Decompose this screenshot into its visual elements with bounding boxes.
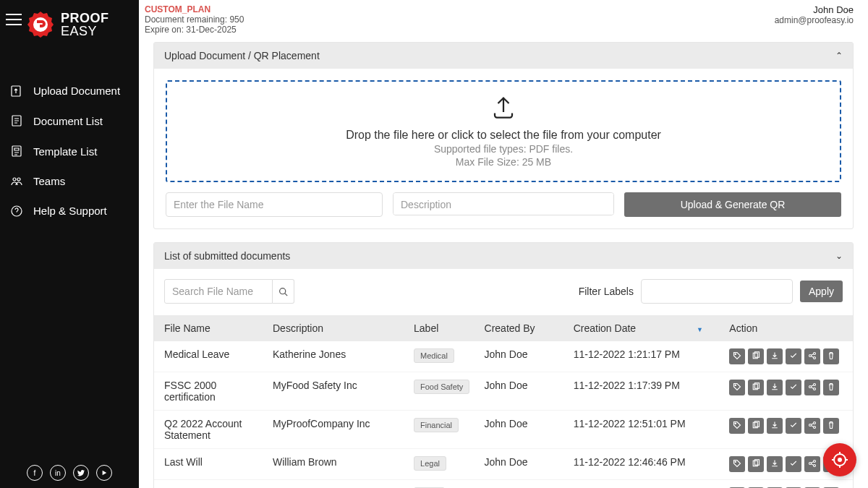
upload-generate-button[interactable]: Upload & Generate QR xyxy=(624,192,841,217)
download-button[interactable] xyxy=(767,418,783,434)
twitter-icon[interactable] xyxy=(73,465,89,481)
svg-point-31 xyxy=(814,465,816,467)
search-input[interactable] xyxy=(164,279,273,304)
cell-file-name: Audit Report 2021 xyxy=(154,480,265,489)
sidebar-item-help-support[interactable]: Help & Support xyxy=(0,196,139,226)
cell-creation-date: 11-12-2022 12:51:01 PM xyxy=(566,411,723,449)
svg-point-8 xyxy=(735,354,736,355)
download-button[interactable] xyxy=(767,348,783,364)
svg-point-7 xyxy=(280,288,286,294)
download-icon xyxy=(770,351,779,362)
documents-table: File Name Description Label Created By C… xyxy=(154,315,853,488)
upload-icon xyxy=(174,95,833,123)
sidebar-item-template-list[interactable]: Template List xyxy=(0,136,139,166)
cell-creation-date: 11-12-2022 1:17:39 PM xyxy=(566,372,723,411)
check-button[interactable] xyxy=(786,380,801,395)
cell-label: Audit xyxy=(407,480,477,489)
sidebar-item-document-list[interactable]: Document List xyxy=(0,106,139,136)
top-bar: CUSTOM_PLAN Document remaining: 950 Expi… xyxy=(139,0,868,39)
linkedin-icon[interactable]: in xyxy=(50,465,66,481)
share-icon xyxy=(808,420,817,432)
apply-button[interactable]: Apply xyxy=(800,281,843,302)
col-created-by[interactable]: Created By xyxy=(477,315,566,341)
copy-button[interactable] xyxy=(748,418,764,434)
social-links: f in xyxy=(0,465,139,481)
svg-point-12 xyxy=(814,353,816,355)
tag-button[interactable] xyxy=(729,380,745,395)
hamburger-menu-icon[interactable] xyxy=(6,10,22,29)
share-icon xyxy=(808,382,817,393)
chevron-down-icon[interactable]: ⌄ xyxy=(835,251,843,261)
cell-created-by: John Doe xyxy=(477,480,566,489)
logo-icon xyxy=(26,10,55,39)
file-dropzone[interactable]: Drop the file here or click to select th… xyxy=(166,80,841,182)
delete-button[interactable] xyxy=(823,418,839,434)
svg-point-26 xyxy=(735,461,736,463)
tag-button[interactable] xyxy=(729,348,745,364)
copy-button[interactable] xyxy=(748,456,764,472)
plan-name: CUSTOM_PLAN xyxy=(145,4,244,14)
delete-button[interactable] xyxy=(823,380,839,395)
col-description[interactable]: Description xyxy=(265,315,407,341)
cell-description: William Brown xyxy=(265,449,407,480)
svg-point-20 xyxy=(735,423,736,424)
tag-icon xyxy=(733,351,741,362)
file-name-input[interactable] xyxy=(166,192,383,217)
download-button[interactable] xyxy=(767,380,783,395)
list-panel-header[interactable]: List of submitted documents ⌄ xyxy=(154,243,853,269)
copy-icon xyxy=(752,382,760,393)
col-label[interactable]: Label xyxy=(407,315,477,341)
tag-button[interactable] xyxy=(729,456,745,472)
share-button[interactable] xyxy=(804,418,820,434)
chevron-up-icon[interactable]: ⌃ xyxy=(835,51,843,61)
play-icon[interactable] xyxy=(96,465,112,481)
check-icon xyxy=(789,420,798,432)
col-creation-date[interactable]: Creation Date ▼ xyxy=(566,315,723,341)
sidebar-item-label: Help & Support xyxy=(33,205,107,217)
col-file-name[interactable]: File Name xyxy=(154,315,265,341)
check-icon xyxy=(789,382,798,393)
filter-label: Filter Labels xyxy=(579,286,634,297)
label-pill[interactable]: Food Safety xyxy=(414,380,469,394)
sidebar-item-upload-document[interactable]: Upload Document xyxy=(0,75,139,106)
filter-labels-input[interactable] xyxy=(641,279,793,304)
user-info: John Doe admin@proofeasy.io xyxy=(775,4,854,35)
label-pill[interactable]: Financial xyxy=(414,418,459,432)
upload-panel-header[interactable]: Upload Document / QR Placement ⌃ xyxy=(154,43,853,69)
share-button[interactable] xyxy=(804,380,820,395)
sidebar-nav: Upload Document Document List Template L… xyxy=(0,75,139,226)
check-button[interactable] xyxy=(786,418,801,434)
facebook-icon[interactable]: f xyxy=(27,465,43,481)
dropzone-sub1: Supported file types: PDF files. xyxy=(174,143,833,155)
cell-label: Medical xyxy=(407,341,477,372)
label-pill[interactable]: Medical xyxy=(414,348,454,363)
list-panel: List of submitted documents ⌄ Filter Lab… xyxy=(153,242,854,488)
delete-button[interactable] xyxy=(823,348,839,364)
template-list-icon xyxy=(10,145,23,158)
description-input[interactable] xyxy=(393,192,614,215)
search-button[interactable] xyxy=(273,279,294,304)
label-pill[interactable]: Legal xyxy=(414,456,446,471)
copy-button[interactable] xyxy=(748,380,764,395)
download-button[interactable] xyxy=(767,456,783,472)
download-icon xyxy=(770,420,779,432)
sidebar-item-teams[interactable]: Teams xyxy=(0,166,139,196)
copy-button[interactable] xyxy=(748,348,764,364)
cell-description: International Company Inc xyxy=(265,480,407,489)
upload-panel: Upload Document / QR Placement ⌃ Drop th… xyxy=(153,42,854,229)
check-button[interactable] xyxy=(786,348,801,364)
check-button[interactable] xyxy=(786,456,801,472)
sidebar: PROOF EASY Upload Document Document List… xyxy=(0,0,139,488)
share-icon xyxy=(808,458,817,470)
tag-icon xyxy=(733,458,741,470)
fab-search-button[interactable] xyxy=(823,443,856,476)
svg-point-18 xyxy=(814,384,816,386)
upload-panel-title: Upload Document / QR Placement xyxy=(164,50,320,61)
share-button[interactable] xyxy=(804,348,820,364)
tag-button[interactable] xyxy=(729,418,745,434)
share-button[interactable] xyxy=(804,456,820,472)
sidebar-item-label: Template List xyxy=(33,145,97,158)
svg-point-39 xyxy=(838,458,842,462)
table-row: Audit Report 2021International Company I… xyxy=(154,480,853,489)
svg-point-29 xyxy=(809,463,812,465)
